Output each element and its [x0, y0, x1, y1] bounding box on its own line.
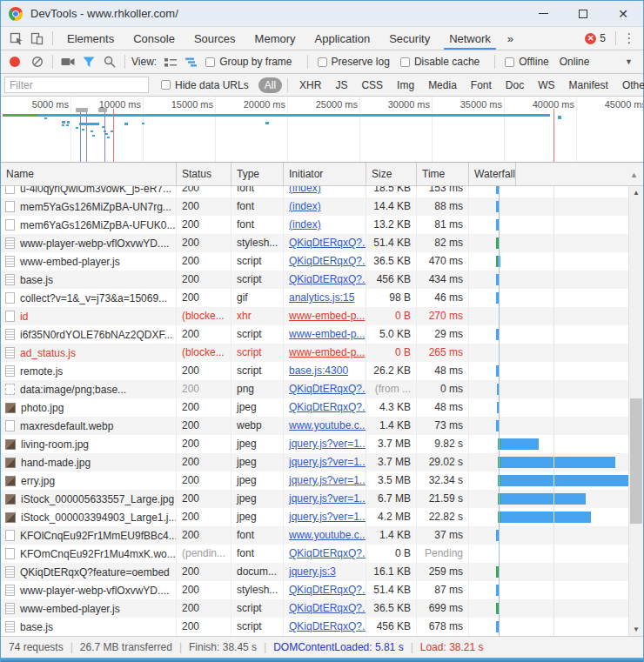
sort-arrow-icon[interactable]: ▲	[630, 171, 638, 179]
table-row[interactable]: base.js200scriptQKiqDtERqxQ?...456 KB678…	[1, 618, 630, 636]
initiator-link[interactable]: (index)	[289, 186, 321, 194]
table-row[interactable]: mem5YaGs126MiZpBA-UN7rg...200font(index)…	[1, 197, 630, 216]
tab-security[interactable]: Security	[379, 27, 439, 50]
timeline-drag-handle[interactable]	[98, 108, 107, 112]
initiator-link[interactable]: jquery.js?ver=1...	[289, 474, 366, 486]
type-filter-img[interactable]: Img	[391, 77, 420, 93]
close-button[interactable]: ✕	[603, 1, 643, 26]
table-row[interactable]: www-player-webp-vflOxvwYD....200stylesh.…	[1, 581, 630, 599]
table-row[interactable]: hand-made.jpg200jpegjquery.js?ver=1...3.…	[1, 453, 630, 471]
table-row[interactable]: ad_status.js(blocke...scriptwww-embed-p.…	[1, 344, 630, 362]
table-row[interactable]: u-4i0qyriQwiOm3vowK_j5-eR7...200font(ind…	[1, 186, 630, 197]
chevron-down-icon[interactable]: ▼	[625, 57, 636, 66]
timeline-overview[interactable]: 5000 ms10000 ms15000 ms20000 ms25000 ms3…	[1, 97, 643, 163]
offline-checkbox[interactable]: Offline	[505, 56, 548, 68]
initiator-link[interactable]: QKiqDtERqxQ?...	[289, 584, 366, 596]
table-row[interactable]: KFOlCnqEu92Fr1MmEU9fBBc4....200fontwww.y…	[1, 526, 630, 545]
filter-input[interactable]	[4, 77, 149, 93]
table-row[interactable]: base.js200scriptQKiqDtERqxQ?...456 KB434…	[1, 271, 630, 289]
type-filter-media[interactable]: Media	[422, 77, 463, 93]
device-toolbar-button[interactable]	[27, 28, 48, 49]
initiator-link[interactable]: jquery.js?ver=1...	[289, 511, 366, 523]
initiator-link[interactable]: QKiqDtERqxQ?...	[289, 255, 366, 267]
column-header-time[interactable]: Time	[417, 163, 469, 185]
initiator-link[interactable]: QKiqDtERqxQ?...	[289, 273, 366, 285]
tab-network[interactable]: Network	[439, 27, 500, 50]
initiator-link[interactable]: jquery.js?ver=1...	[289, 492, 366, 505]
minimize-button[interactable]	[523, 1, 563, 26]
type-filter-ws[interactable]: WS	[532, 77, 560, 93]
initiator-link[interactable]: jquery.js?ver=1...	[289, 438, 366, 450]
table-row[interactable]: www-embed-player.js200scriptQKiqDtERqxQ?…	[1, 599, 630, 618]
more-tabs-button[interactable]: »	[500, 32, 520, 45]
scroll-up-button[interactable]: ▲	[629, 186, 643, 199]
type-filter-xhr[interactable]: XHR	[293, 77, 327, 93]
initiator-link[interactable]: (index)	[289, 200, 321, 212]
maximize-button[interactable]	[563, 1, 603, 26]
record-button[interactable]	[10, 57, 20, 67]
initiator-link[interactable]: (index)	[289, 218, 321, 231]
type-filter-doc[interactable]: Doc	[500, 77, 530, 93]
table-row[interactable]: i6f35N0rdYOLE76bNAz2QDXF...200scriptwww-…	[1, 325, 630, 344]
tab-application[interactable]: Application	[305, 27, 380, 50]
initiator-link[interactable]: www.youtube.c...	[289, 419, 366, 431]
initiator-link[interactable]: QKiqDtERqxQ?...	[289, 383, 366, 395]
column-header-status[interactable]: Status	[177, 163, 231, 185]
scroll-down-button[interactable]: ▼	[629, 623, 643, 636]
table-row[interactable]: QKiqDtERqxQ?feature=oembed200docum...jqu…	[1, 563, 630, 581]
filmstrip-button[interactable]	[57, 51, 78, 72]
column-header-name[interactable]: Name	[1, 163, 177, 185]
initiator-link[interactable]: QKiqDtERqxQ?...	[289, 401, 366, 413]
type-filter-font[interactable]: Font	[465, 77, 498, 93]
table-row[interactable]: www-embed-player.js200scriptQKiqDtERqxQ?…	[1, 252, 630, 271]
column-header-waterfall[interactable]: Waterfall	[469, 163, 516, 185]
initiator-link[interactable]: QKiqDtERqxQ?...	[289, 237, 366, 249]
view-waterfall-button[interactable]	[181, 51, 202, 72]
type-filter-other[interactable]: Other	[616, 77, 644, 93]
initiator-link[interactable]: jquery.js?ver=1...	[289, 456, 366, 468]
tab-sources[interactable]: Sources	[184, 27, 245, 50]
initiator-link[interactable]: www-embed-p...	[289, 310, 365, 322]
view-list-button[interactable]	[160, 51, 181, 72]
hide-data-urls-checkbox[interactable]: Hide data URLs	[161, 79, 249, 91]
column-header-initiator[interactable]: Initiator	[284, 163, 366, 185]
table-row[interactable]: living-room.jpg200jpegjquery.js?ver=1...…	[1, 435, 630, 453]
initiator-link[interactable]: jquery.js:3	[289, 565, 336, 578]
initiator-link[interactable]: QKiqDtERqxQ?...	[289, 547, 366, 559]
initiator-link[interactable]: base.js:4300	[289, 364, 348, 377]
vertical-scrollbar[interactable]: ▲ ▼	[628, 186, 643, 636]
disable-cache-checkbox[interactable]: Disable cache	[400, 56, 480, 68]
column-header-type[interactable]: Type	[231, 163, 284, 185]
table-row[interactable]: www-player-webp-vflOxvwYD....200stylesh.…	[1, 234, 630, 252]
type-filter-js[interactable]: JS	[329, 77, 353, 93]
initiator-link[interactable]: QKiqDtERqxQ?...	[289, 602, 366, 614]
preserve-log-checkbox[interactable]: Preserve log	[318, 56, 390, 68]
table-row[interactable]: maxresdefault.webp200webpwww.youtube.c..…	[1, 417, 630, 435]
column-header-size[interactable]: Size	[366, 163, 417, 185]
table-row[interactable]: photo.jpg200jpegQKiqDtERqxQ?...4.3 KB48 …	[1, 398, 630, 417]
table-row[interactable]: iStock_000003394903_Large1.j...200jpegjq…	[1, 508, 630, 526]
initiator-link[interactable]: QKiqDtERqxQ?...	[289, 620, 366, 632]
throttling-select[interactable]: Online	[560, 56, 590, 68]
timeline-drag-handle[interactable]	[76, 108, 88, 112]
table-row[interactable]: id(blocke...xhrwww-embed-p...0 B270 ms	[1, 307, 630, 325]
type-filter-css[interactable]: CSS	[355, 77, 389, 93]
table-row[interactable]: KFOmCnqEu92Fr1Mu4mxK.wo...(pendin...font…	[1, 545, 630, 563]
initiator-link[interactable]: analytics.js:15	[289, 291, 354, 304]
table-row[interactable]: iStock_000005633557_Large.jpg200jpegjque…	[1, 490, 630, 508]
kebab-menu-button[interactable]: ⋮	[621, 30, 638, 46]
table-row[interactable]: data:image/png;base...200pngQKiqDtERqxQ?…	[1, 380, 630, 398]
clear-button[interactable]	[27, 51, 48, 72]
tab-elements[interactable]: Elements	[57, 27, 124, 50]
type-filter-all[interactable]: All	[258, 77, 282, 93]
filter-toggle-button[interactable]	[78, 51, 99, 72]
search-button[interactable]	[99, 51, 120, 72]
table-row[interactable]: collect?v=1&_v=j73&a=15069...200gifanaly…	[1, 289, 630, 307]
tab-console[interactable]: Console	[124, 27, 184, 50]
initiator-link[interactable]: www.youtube.c...	[289, 529, 366, 541]
initiator-link[interactable]: www-embed-p...	[289, 328, 365, 340]
type-filter-manifest[interactable]: Manifest	[563, 77, 614, 93]
inspect-element-button[interactable]	[6, 28, 27, 49]
initiator-link[interactable]: www-embed-p...	[289, 346, 365, 358]
table-row[interactable]: remote.js200scriptbase.js:430026.2 KB48 …	[1, 362, 630, 380]
